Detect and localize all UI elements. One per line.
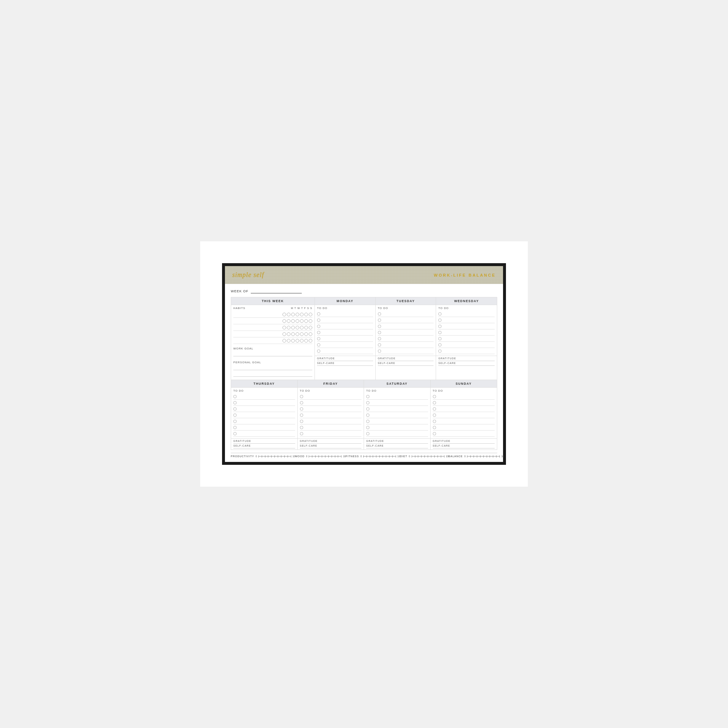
todo-item[interactable] — [233, 393, 295, 400]
todo-circle[interactable] — [233, 413, 237, 417]
habit-circle[interactable] — [295, 313, 299, 316]
todo-circle[interactable] — [433, 432, 436, 435]
todo-item[interactable] — [300, 424, 362, 431]
todo-circle[interactable] — [433, 395, 436, 398]
habit-circle[interactable] — [291, 313, 295, 316]
habit-circle[interactable] — [287, 332, 291, 336]
todo-item[interactable] — [378, 311, 434, 317]
habit-circle[interactable] — [287, 319, 291, 323]
todo-item[interactable] — [438, 311, 495, 317]
todo-item[interactable] — [438, 317, 495, 323]
personal-goal-line2[interactable] — [233, 372, 312, 377]
todo-item[interactable] — [438, 323, 495, 329]
habit-circle[interactable] — [309, 339, 312, 343]
habit-circle[interactable] — [309, 313, 312, 316]
todo-item[interactable] — [300, 431, 362, 437]
habit-circle[interactable] — [283, 319, 286, 323]
todo-circle[interactable] — [378, 312, 381, 316]
fitness-track[interactable] — [363, 455, 396, 457]
todo-circle[interactable] — [378, 318, 381, 322]
todo-circle[interactable] — [378, 343, 381, 347]
todo-circle[interactable] — [433, 401, 436, 404]
todo-item[interactable] — [233, 418, 295, 424]
todo-circle[interactable] — [300, 401, 303, 404]
habit-circle[interactable] — [287, 326, 291, 329]
todo-circle[interactable] — [366, 395, 369, 398]
todo-circle[interactable] — [378, 325, 381, 328]
habit-circle[interactable] — [295, 332, 299, 336]
todo-item[interactable] — [433, 418, 495, 424]
habit-circle[interactable] — [309, 332, 312, 336]
habit-circle[interactable] — [287, 339, 291, 343]
todo-circle[interactable] — [366, 426, 369, 429]
todo-circle[interactable] — [438, 343, 442, 347]
habit-row[interactable] — [233, 311, 312, 318]
habit-circle[interactable] — [304, 339, 308, 343]
habit-circle[interactable] — [291, 332, 295, 336]
todo-item[interactable] — [300, 412, 362, 418]
todo-item[interactable] — [378, 317, 434, 323]
habit-circle[interactable] — [283, 332, 286, 336]
habit-circle[interactable] — [295, 326, 299, 329]
todo-item[interactable] — [317, 311, 373, 317]
habit-circle[interactable] — [283, 313, 286, 316]
habit-circle[interactable] — [283, 339, 286, 343]
todo-item[interactable] — [433, 431, 495, 437]
todo-item[interactable] — [366, 424, 428, 431]
habit-circle[interactable] — [300, 339, 304, 343]
todo-circle[interactable] — [438, 325, 442, 328]
todo-circle[interactable] — [300, 432, 303, 435]
todo-item[interactable] — [433, 424, 495, 431]
work-goal-line[interactable] — [233, 351, 312, 356]
todo-circle[interactable] — [378, 331, 381, 334]
todo-circle[interactable] — [300, 420, 303, 423]
habit-circle[interactable] — [304, 332, 308, 336]
todo-item[interactable] — [300, 393, 362, 400]
todo-item[interactable] — [300, 406, 362, 412]
todo-circle[interactable] — [433, 413, 436, 417]
todo-item[interactable] — [366, 431, 428, 437]
todo-item[interactable] — [300, 400, 362, 406]
todo-item[interactable] — [317, 329, 373, 336]
habit-circle[interactable] — [304, 313, 308, 316]
habit-circle[interactable] — [295, 339, 299, 343]
habit-circle[interactable] — [295, 319, 299, 323]
habit-circle[interactable] — [291, 339, 295, 343]
habit-circle[interactable] — [309, 319, 312, 323]
todo-circle[interactable] — [366, 413, 369, 417]
habit-circle[interactable] — [291, 326, 295, 329]
todo-item[interactable] — [233, 412, 295, 418]
todo-item[interactable] — [378, 348, 434, 354]
todo-circle[interactable] — [317, 331, 320, 334]
todo-item[interactable] — [317, 336, 373, 342]
todo-circle[interactable] — [233, 407, 237, 411]
habit-row[interactable] — [233, 318, 312, 324]
todo-item[interactable] — [233, 424, 295, 431]
todo-circle[interactable] — [233, 426, 237, 429]
todo-circle[interactable] — [317, 318, 320, 322]
todo-circle[interactable] — [300, 426, 303, 429]
todo-circle[interactable] — [317, 337, 320, 340]
todo-item[interactable] — [233, 400, 295, 406]
todo-circle[interactable] — [300, 395, 303, 398]
habit-circle[interactable] — [300, 326, 304, 329]
todo-circle[interactable] — [366, 407, 369, 411]
todo-circle[interactable] — [300, 413, 303, 417]
todo-item[interactable] — [438, 342, 495, 348]
week-of-line[interactable] — [251, 289, 302, 294]
todo-circle[interactable] — [433, 426, 436, 429]
todo-item[interactable] — [366, 406, 428, 412]
todo-circle[interactable] — [438, 337, 442, 340]
habit-circle[interactable] — [304, 326, 308, 329]
todo-item[interactable] — [433, 412, 495, 418]
todo-circle[interactable] — [317, 343, 320, 347]
todo-item[interactable] — [378, 336, 434, 342]
todo-item[interactable] — [433, 393, 495, 400]
todo-circle[interactable] — [433, 407, 436, 411]
todo-circle[interactable] — [317, 325, 320, 328]
todo-circle[interactable] — [438, 349, 442, 353]
todo-circle[interactable] — [366, 420, 369, 423]
todo-circle[interactable] — [378, 337, 381, 340]
habit-circle[interactable] — [300, 319, 304, 323]
todo-item[interactable] — [378, 329, 434, 336]
